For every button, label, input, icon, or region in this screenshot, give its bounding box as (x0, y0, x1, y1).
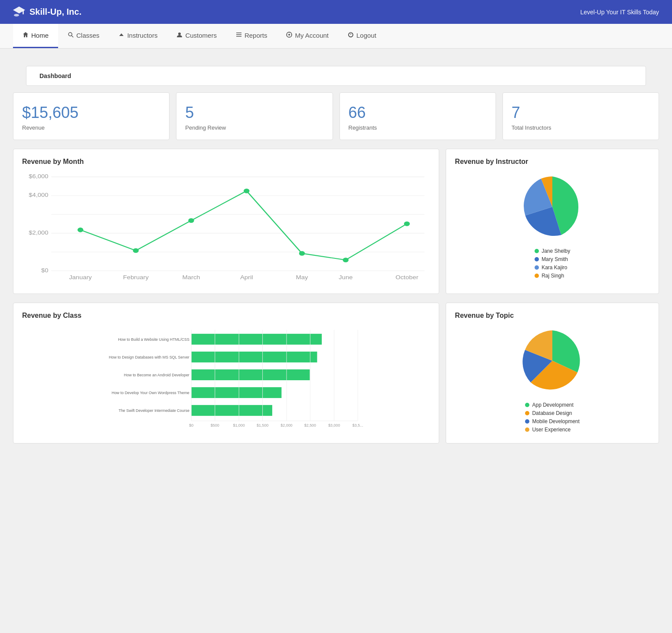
svg-text:May: May (296, 274, 308, 280)
classes-icon (68, 32, 74, 39)
stat-registrants-value: 66 (349, 104, 487, 122)
nav-reports[interactable]: Reports (226, 24, 277, 48)
svg-text:$2,000: $2,000 (281, 423, 292, 427)
main-content: Dashboard $15,605 Revenue 5 Pending Revi… (0, 49, 672, 457)
svg-rect-44 (191, 387, 281, 398)
instructor-legend: Jane Shelby Mary Smith Kara Kajiro Raj S… (535, 248, 570, 279)
legend-item-kara: Kara Kajiro (535, 264, 570, 271)
instructors-icon (118, 32, 124, 39)
svg-text:$0: $0 (41, 268, 48, 273)
legend-item-appdev: App Development (525, 402, 579, 408)
svg-text:$4,000: $4,000 (29, 193, 48, 198)
pie-chart-topic (518, 326, 587, 395)
stat-instructors-label: Total Instructors (512, 124, 650, 131)
svg-point-30 (299, 251, 305, 256)
revenue-by-instructor-card: Revenue by Instructor (446, 149, 659, 294)
svg-point-3 (69, 33, 72, 36)
revenue-by-class-title: Revenue by Class (22, 312, 430, 320)
svg-point-13 (287, 34, 288, 35)
pie-chart-instructor-wrap: Jane Shelby Mary Smith Kara Kajiro Raj S… (455, 172, 650, 279)
svg-text:How to Build a Website Using H: How to Build a Website Using HTML/CSS (118, 337, 189, 342)
svg-point-14 (291, 34, 292, 35)
nav-customers[interactable]: Customers (167, 24, 226, 48)
nav-classes[interactable]: Classes (58, 24, 109, 48)
svg-text:June: June (339, 274, 352, 280)
svg-point-10 (288, 34, 290, 36)
revenue-by-month-title: Revenue by Month (22, 158, 430, 166)
revenue-by-class-card: Revenue by Class How to Build a Website … (13, 303, 439, 444)
account-icon (286, 32, 292, 39)
stat-instructors: 7 Total Instructors (502, 92, 659, 140)
logo: Skill-Up, Inc. (13, 5, 82, 19)
svg-point-5 (178, 33, 181, 35)
nav-instructors[interactable]: Instructors (109, 24, 167, 48)
logout-icon (348, 32, 354, 39)
svg-text:$1,000: $1,000 (233, 423, 245, 427)
svg-text:April: April (240, 274, 253, 280)
legend-dot-kara (535, 265, 539, 270)
svg-text:$2,000: $2,000 (29, 230, 48, 235)
svg-text:How to Design Databases with M: How to Design Databases with MS SQL Serv… (109, 355, 189, 359)
stat-revenue: $15,605 Revenue (13, 92, 170, 140)
svg-rect-41 (191, 334, 322, 345)
svg-text:January: January (69, 274, 92, 280)
stat-revenue-label: Revenue (22, 124, 160, 131)
svg-rect-42 (191, 352, 317, 362)
stat-pending-value: 5 (185, 104, 323, 122)
svg-point-31 (343, 258, 349, 262)
legend-item-ux: User Experience (525, 427, 579, 433)
stat-registrants-label: Registrants (349, 124, 487, 131)
line-chart-svg: $6,000 $4,000 $2,000 $0 (22, 172, 430, 285)
nav-my-account[interactable]: My Account (277, 24, 338, 48)
legend-item-jane: Jane Shelby (535, 248, 570, 254)
revenue-by-topic-card: Revenue by Topic App Development (446, 303, 659, 444)
header-tagline: Level-Up Your IT Skills Today (580, 9, 659, 16)
pie-chart-instructor (518, 172, 587, 241)
svg-text:$0: $0 (189, 423, 193, 427)
revenue-by-topic-title: Revenue by Topic (455, 312, 650, 320)
legend-dot-mobiledev (525, 419, 529, 424)
svg-point-11 (289, 32, 290, 33)
header: Skill-Up, Inc. Level-Up Your IT Skills T… (0, 0, 672, 24)
svg-rect-6 (236, 33, 241, 33)
svg-point-2 (14, 14, 19, 16)
svg-point-32 (404, 222, 410, 226)
svg-text:March: March (182, 274, 200, 280)
svg-rect-43 (191, 369, 310, 380)
charts-row-1: Revenue by Month $6,000 $4,000 $2,000 $0 (13, 149, 659, 294)
pie-chart-topic-wrap: App Development Database Design Mobile D… (455, 326, 650, 433)
bar-chart: How to Build a Website Using HTML/CSS Ho… (22, 326, 430, 434)
stat-instructors-value: 7 (512, 104, 650, 122)
svg-text:$3,000: $3,000 (328, 423, 340, 427)
reports-icon (236, 32, 242, 39)
line-chart: $6,000 $4,000 $2,000 $0 (22, 172, 430, 285)
stat-pending-label: Pending Review (185, 124, 323, 131)
svg-text:$500: $500 (211, 423, 219, 427)
logo-text: Skill-Up, Inc. (29, 7, 82, 17)
svg-text:$3,5...: $3,5... (352, 423, 363, 427)
nav: Home Classes Instructors Customers Repor… (0, 24, 672, 49)
svg-point-26 (78, 228, 83, 232)
legend-dot-dbdesign (525, 411, 529, 415)
bar-chart-svg: How to Build a Website Using HTML/CSS Ho… (22, 326, 430, 434)
legend-item-dbdesign: Database Design (525, 410, 579, 416)
svg-rect-45 (191, 405, 272, 416)
legend-dot-raj (535, 274, 539, 278)
legend-item-mary: Mary Smith (535, 256, 570, 262)
svg-text:$2,500: $2,500 (304, 423, 316, 427)
svg-text:How to Become an Android Devel: How to Become an Android Developer (124, 373, 189, 377)
svg-text:February: February (123, 274, 149, 280)
breadcrumb: Dashboard (26, 66, 646, 86)
nav-home[interactable]: Home (13, 24, 58, 48)
logo-icon (13, 5, 25, 19)
svg-point-12 (289, 36, 290, 37)
svg-point-28 (188, 218, 194, 223)
customers-icon (176, 32, 183, 39)
svg-text:The Swift Developer Intermedia: The Swift Developer Intermediate Course (118, 408, 189, 413)
legend-dot-appdev (525, 403, 529, 407)
legend-item-mobiledev: Mobile Development (525, 418, 579, 424)
svg-text:October: October (395, 274, 418, 280)
nav-logout[interactable]: Logout (338, 24, 386, 48)
revenue-by-month-card: Revenue by Month $6,000 $4,000 $2,000 $0 (13, 149, 439, 294)
home-icon (23, 32, 29, 39)
